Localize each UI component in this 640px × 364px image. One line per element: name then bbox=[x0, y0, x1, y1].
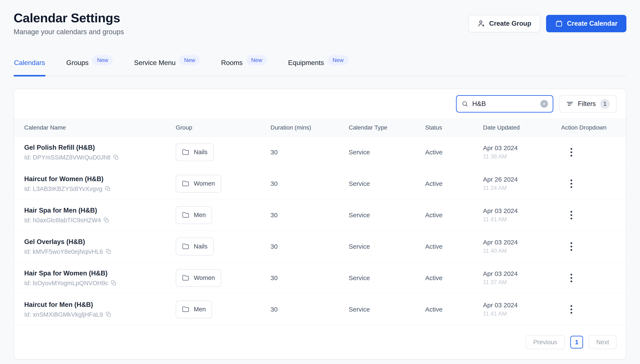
group-chip-label: Nails bbox=[194, 243, 207, 250]
column-header: Status bbox=[425, 124, 483, 131]
row-actions-kebab-icon[interactable] bbox=[567, 302, 575, 317]
calendar-type-value: Service bbox=[349, 306, 425, 313]
duration-value: 30 bbox=[271, 274, 349, 282]
group-chip[interactable]: Nails bbox=[176, 143, 214, 161]
group-chip[interactable]: Women bbox=[176, 175, 221, 192]
calendar-id-text: Id: L3AB3IKBZYSdIYvXvgvg bbox=[24, 185, 103, 192]
search-box bbox=[456, 95, 553, 112]
folder-icon bbox=[182, 180, 189, 187]
time-updated: 11 24 AM bbox=[483, 185, 561, 191]
copy-icon[interactable] bbox=[105, 186, 111, 192]
group-chip[interactable]: Nails bbox=[176, 238, 214, 256]
duration-value: 30 bbox=[271, 180, 349, 187]
active-tab-underline bbox=[14, 75, 46, 76]
tab-calendars[interactable]: Calendars bbox=[14, 58, 46, 76]
calendar-name-cell: Hair Spa for Men (H&B) Id: h0axGlc6labTI… bbox=[24, 206, 176, 224]
tab-label: Rooms bbox=[221, 58, 242, 67]
calendar-id: Id: kMVF5woY8e0ejNqivHL6 bbox=[24, 248, 176, 255]
row-actions-kebab-icon[interactable] bbox=[567, 208, 575, 222]
date-updated: Apr 26 2024 bbox=[483, 176, 561, 183]
calendar-name: Gel Polish Refill (H&B) bbox=[24, 144, 176, 152]
group-chip-label: Women bbox=[194, 180, 215, 187]
pagination: Previous 1 Next bbox=[14, 325, 626, 359]
clear-search-icon[interactable] bbox=[540, 100, 548, 108]
date-updated-cell: Apr 03 2024 11 40 AM bbox=[483, 239, 561, 254]
status-value: Active bbox=[425, 274, 483, 282]
calendar-id-text: Id: h0axGlc6labTIC9sHZW4 bbox=[24, 216, 101, 224]
duration-value: 30 bbox=[271, 149, 349, 156]
filters-button[interactable]: Filters 1 bbox=[559, 95, 617, 112]
column-header: Duration (mins) bbox=[271, 124, 349, 131]
table-row: Gel Overlays (H&B) Id: kMVF5woY8e0ejNqiv… bbox=[14, 231, 626, 262]
page-1-button[interactable]: 1 bbox=[570, 336, 583, 348]
calendar-icon bbox=[555, 20, 563, 28]
date-updated-cell: Apr 03 2024 11 37 AM bbox=[483, 270, 561, 286]
tab-groups[interactable]: Groups New bbox=[66, 58, 113, 76]
group-cell: Women bbox=[176, 269, 271, 287]
page-subtitle: Manage your calendars and groups bbox=[14, 27, 124, 37]
row-actions-kebab-icon[interactable] bbox=[567, 176, 575, 191]
group-cell: Nails bbox=[176, 238, 271, 256]
folder-icon bbox=[182, 306, 189, 313]
folder-icon bbox=[182, 274, 189, 282]
filters-label: Filters bbox=[578, 100, 596, 108]
tab-service-menu[interactable]: Service Menu New bbox=[134, 58, 200, 76]
copy-icon[interactable] bbox=[106, 312, 111, 317]
date-updated-cell: Apr 03 2024 11 41 AM bbox=[483, 302, 561, 317]
calendar-name: Gel Overlays (H&B) bbox=[24, 238, 176, 246]
time-updated: 11 40 AM bbox=[483, 248, 561, 254]
table-row: Haircut for Women (H&B) Id: L3AB3IKBZYSd… bbox=[14, 168, 626, 200]
group-chip[interactable]: Men bbox=[176, 300, 212, 318]
create-calendar-button[interactable]: Create Calendar bbox=[546, 15, 626, 32]
calendar-id-text: Id: lsOyovMYogmLpQNVOH9c bbox=[24, 280, 108, 287]
date-updated: Apr 03 2024 bbox=[483, 144, 561, 152]
calendar-type-value: Service bbox=[349, 274, 425, 282]
tab-new-badge: New bbox=[93, 55, 113, 65]
group-chip-label: Women bbox=[194, 274, 215, 282]
calendar-type-value: Service bbox=[349, 243, 425, 250]
row-actions-kebab-icon[interactable] bbox=[567, 145, 575, 160]
row-actions-kebab-icon[interactable] bbox=[567, 239, 575, 254]
tab-label: Groups bbox=[66, 58, 89, 67]
time-updated: 11 41 AM bbox=[483, 310, 561, 317]
copy-icon[interactable] bbox=[106, 249, 111, 254]
table-row: Haircut for Men (H&B) Id: xnSMXiBGMkVkgl… bbox=[14, 294, 626, 325]
calendar-id: Id: h0axGlc6labTIC9sHZW4 bbox=[24, 216, 176, 224]
action-cell bbox=[561, 271, 615, 285]
next-page-button[interactable]: Next bbox=[588, 335, 617, 349]
folder-icon bbox=[182, 212, 189, 218]
column-header: Date Updated bbox=[483, 124, 561, 131]
action-cell bbox=[561, 176, 615, 191]
create-group-button[interactable]: Create Group bbox=[468, 15, 540, 32]
tab-label: Service Menu bbox=[134, 58, 176, 67]
tab-rooms[interactable]: Rooms New bbox=[221, 58, 267, 76]
user-plus-icon bbox=[477, 20, 485, 28]
calendar-id-text: Id: xnSMXiBGMkVkgljHFaL9 bbox=[24, 311, 103, 318]
page-title-block: Calendar Settings Manage your calendars … bbox=[14, 10, 124, 37]
date-updated-cell: Apr 26 2024 11 24 AM bbox=[483, 176, 561, 191]
action-cell bbox=[561, 208, 615, 222]
date-updated: Apr 03 2024 bbox=[483, 302, 561, 309]
calendar-type-value: Service bbox=[349, 149, 425, 156]
time-updated: 11 41 AM bbox=[483, 216, 561, 223]
tab-new-badge: New bbox=[328, 55, 348, 65]
calendar-settings-page: Calendar Settings Manage your calendars … bbox=[0, 0, 640, 360]
header-actions: Create Group Create Calendar bbox=[468, 15, 626, 32]
copy-icon[interactable] bbox=[104, 217, 109, 223]
filter-lines-icon bbox=[566, 100, 574, 108]
table-toolbar: Filters 1 bbox=[14, 89, 626, 119]
row-actions-kebab-icon[interactable] bbox=[567, 271, 575, 285]
calendar-name: Hair Spa for Men (H&B) bbox=[24, 206, 176, 214]
duration-value: 30 bbox=[271, 306, 349, 313]
tab-equipments[interactable]: Equipments New bbox=[288, 58, 349, 76]
search-input[interactable] bbox=[472, 100, 537, 108]
group-chip[interactable]: Men bbox=[176, 206, 212, 224]
copy-icon[interactable] bbox=[111, 280, 117, 286]
previous-page-button[interactable]: Previous bbox=[526, 335, 565, 349]
copy-icon[interactable] bbox=[113, 154, 119, 160]
date-updated: Apr 03 2024 bbox=[483, 270, 561, 277]
group-chip[interactable]: Women bbox=[176, 269, 221, 287]
column-header: Action Dropdown bbox=[561, 124, 615, 131]
action-cell bbox=[561, 302, 615, 317]
group-chip-label: Men bbox=[194, 212, 206, 218]
